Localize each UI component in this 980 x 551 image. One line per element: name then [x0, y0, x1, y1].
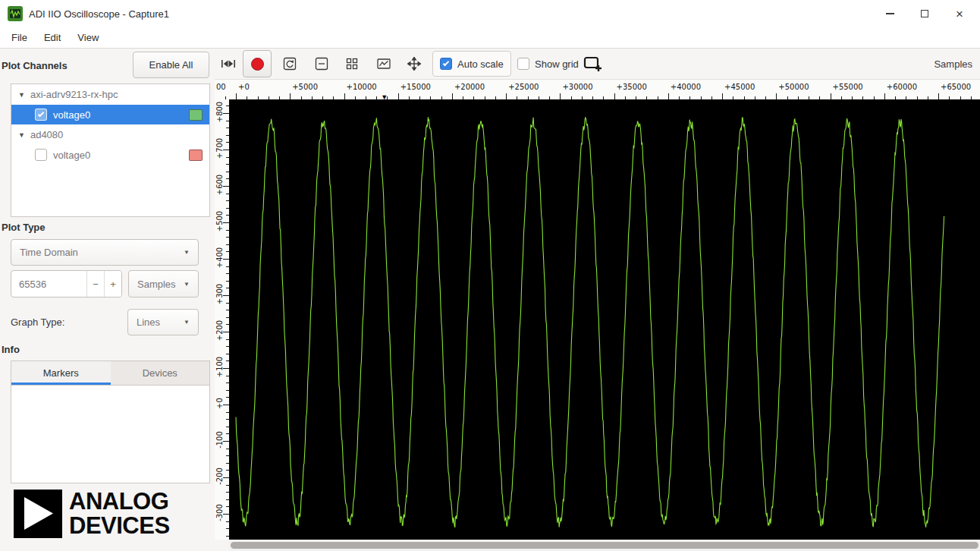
- menu-file[interactable]: File: [3, 28, 36, 47]
- auto-scale-checkbox[interactable]: Auto scale: [432, 51, 511, 77]
- tab-markers[interactable]: Markers: [11, 361, 111, 385]
- auto-scale-check-icon: [440, 58, 452, 70]
- maximize-button[interactable]: [907, 0, 942, 27]
- scrollbar-thumb[interactable]: [231, 542, 978, 549]
- adi-logo-text: ANALOG DEVICES: [69, 490, 170, 538]
- decrement-button[interactable]: −: [86, 271, 104, 297]
- channel-row[interactable]: voltage0: [11, 145, 209, 165]
- ruler-tick: [223, 113, 229, 114]
- auto-scale-label: Auto scale: [457, 58, 504, 70]
- ruler-tick: [938, 93, 939, 99]
- capture-button[interactable]: [243, 50, 272, 77]
- zoom-out-icon: [315, 57, 328, 71]
- sidebar: Plot Channels Enable All ▼ axi-adrv9213-…: [0, 49, 215, 551]
- ruler-label: +65000: [941, 83, 971, 91]
- ruler-label: +0: [238, 83, 250, 91]
- graph-type-value: Lines: [137, 316, 160, 328]
- ruler-label: +100: [215, 352, 224, 383]
- device-row[interactable]: ▼ ad4080: [11, 124, 209, 145]
- analog-devices-logo: ANALOG DEVICES: [14, 490, 170, 538]
- enable-all-button[interactable]: Enable All: [133, 52, 209, 78]
- graph-type-label: Graph Type:: [11, 316, 64, 328]
- plot-type-select[interactable]: Time Domain ▼: [11, 239, 199, 266]
- channel-color-swatch[interactable]: [189, 150, 203, 161]
- ruler-tick: [223, 332, 229, 332]
- maximize-icon: [921, 10, 928, 17]
- grid-view-icon: [345, 57, 359, 71]
- ruler-label: -300: [215, 498, 224, 528]
- ruler-label: -100: [215, 425, 224, 455]
- snapshot-icon: [376, 57, 391, 71]
- ruler-label: +700: [215, 134, 224, 164]
- ruler-tick: [884, 93, 885, 99]
- tab-devices[interactable]: Devices: [111, 361, 210, 385]
- ruler-label: +40000: [671, 83, 701, 91]
- samples-unit-label: Samples: [934, 49, 972, 79]
- device-row[interactable]: ▼ axi-adrv9213-rx-hpc: [11, 84, 209, 105]
- ruler-tick: [560, 93, 561, 99]
- channel-checkbox[interactable]: [35, 149, 47, 161]
- plot-area[interactable]: [229, 99, 980, 540]
- ruler-tick: [506, 93, 507, 99]
- ruler-tick: [223, 368, 229, 369]
- info-tabs: Markers Devices: [11, 361, 209, 386]
- horizontal-scrollbar[interactable]: [229, 540, 980, 551]
- ruler-tick: [290, 93, 291, 99]
- zoom-restore-button[interactable]: [276, 50, 303, 77]
- media-seek-button[interactable]: [217, 50, 240, 77]
- ruler-label: +5000: [292, 83, 318, 91]
- menubar: File Edit View: [0, 27, 980, 49]
- snapshot-button[interactable]: [370, 50, 397, 77]
- check-icon: [38, 111, 44, 117]
- move-button[interactable]: [400, 50, 428, 77]
- units-select[interactable]: Samples ▼: [128, 270, 199, 298]
- channel-name: voltage0: [53, 150, 90, 161]
- ruler-label: +30000: [562, 83, 592, 91]
- ruler-label: +800: [215, 99, 224, 128]
- ruler-tick: [223, 186, 229, 187]
- menu-view[interactable]: View: [69, 28, 107, 47]
- ruler-label: +60000: [887, 83, 917, 91]
- vertical-ruler: +800+700+600+500+400+300+200+100+0-100-2…: [215, 99, 229, 540]
- units-value: Samples: [137, 279, 176, 290]
- minimize-button[interactable]: [872, 0, 907, 27]
- device-name: ad4080: [30, 129, 63, 140]
- ruler-label: +15000: [400, 83, 431, 91]
- expander-icon[interactable]: ▼: [18, 91, 25, 99]
- ruler-tick: [223, 441, 229, 442]
- ruler-tick: [398, 93, 399, 99]
- ruler-tick: [614, 93, 615, 99]
- menu-edit[interactable]: Edit: [36, 28, 69, 47]
- record-icon: [251, 58, 264, 71]
- graph-type-select[interactable]: Lines ▼: [127, 309, 199, 335]
- ruler-label: +0: [215, 389, 224, 419]
- plot-type-value: Time Domain: [20, 247, 78, 258]
- ruler-label: +50000: [778, 83, 809, 91]
- expander-icon[interactable]: ▼: [18, 131, 25, 139]
- ruler-tick: [223, 295, 229, 296]
- plot-toolbar: Auto scale Show grid Samples: [215, 49, 980, 79]
- sample-count-spinner[interactable]: 65536 − +: [11, 270, 122, 298]
- ruler-tick: [223, 150, 229, 150]
- show-grid-checkbox[interactable]: Show grid: [510, 51, 586, 77]
- close-button[interactable]: ×: [942, 0, 977, 27]
- ruler-label: +10000: [347, 83, 377, 91]
- grid-view-button[interactable]: [338, 50, 366, 77]
- ruler-label: +25000: [508, 83, 539, 91]
- sample-count-value[interactable]: 65536: [11, 271, 86, 297]
- channel-color-swatch[interactable]: [189, 109, 203, 121]
- ruler-label: +600: [215, 170, 224, 200]
- channel-tree: ▼ axi-adrv9213-rx-hpc voltage0 ▼ ad4080 …: [11, 83, 210, 217]
- ruler-label: +200: [215, 316, 224, 346]
- channel-checkbox[interactable]: [35, 109, 47, 121]
- increment-button[interactable]: +: [104, 271, 121, 297]
- channel-row[interactable]: voltage0: [11, 105, 209, 124]
- move-icon: [407, 57, 421, 71]
- ruler-tick: [452, 93, 453, 99]
- close-icon: ×: [956, 8, 963, 20]
- new-plot-button[interactable]: [580, 50, 605, 77]
- ruler-label: +500: [215, 206, 224, 237]
- app-window: ADI IIO Oscilloscope - Capture1 × File E…: [0, 0, 980, 551]
- titlebar: ADI IIO Oscilloscope - Capture1 ×: [0, 0, 980, 27]
- zoom-out-button[interactable]: [308, 50, 335, 77]
